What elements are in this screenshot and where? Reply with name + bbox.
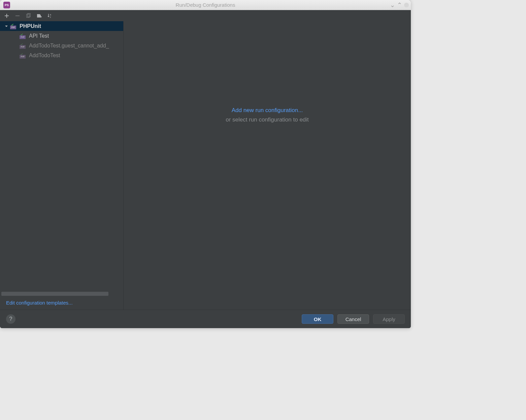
window-title: Run/Debug Configurations bbox=[0, 2, 411, 8]
add-button[interactable] bbox=[2, 11, 11, 21]
save-button[interactable] bbox=[34, 11, 44, 21]
ok-button[interactable]: OK bbox=[302, 314, 333, 324]
phpunit-icon: ✔ PHP bbox=[20, 33, 27, 39]
horizontal-scrollbar[interactable] bbox=[1, 292, 108, 296]
chevron-down-icon[interactable]: ⌄ bbox=[390, 1, 395, 9]
tree-item[interactable]: ✔ PHP API Test bbox=[0, 31, 123, 41]
svg-text:z: z bbox=[50, 16, 51, 18]
phpunit-icon: ✔ PHP bbox=[10, 23, 18, 29]
body: ✔ PHP PHPUnit ✔ PHP API Test ✔ PHP bbox=[0, 21, 411, 310]
sidebar-footer: Edit configuration templates... bbox=[0, 296, 123, 310]
add-new-configuration-link[interactable]: Add new run configuration... bbox=[226, 107, 309, 114]
dialog-footer: ? OK Cancel Apply bbox=[0, 310, 411, 328]
run-debug-configurations-dialog: Run/Debug Configurations ⌄ ⌃ az bbox=[0, 0, 411, 328]
sidebar: ✔ PHP PHPUnit ✔ PHP API Test ✔ PHP bbox=[0, 21, 124, 310]
help-button[interactable]: ? bbox=[6, 314, 15, 324]
close-icon[interactable] bbox=[404, 3, 409, 7]
titlebar: Run/Debug Configurations ⌄ ⌃ bbox=[0, 0, 411, 10]
tree-item-label: API Test bbox=[29, 33, 49, 39]
copy-button[interactable] bbox=[24, 11, 33, 21]
apply-button[interactable]: Apply bbox=[373, 314, 405, 324]
phpunit-icon: ✔ PHP bbox=[20, 53, 27, 59]
tree-item[interactable]: ✔ PHP AddTodoTest.guest_cannot_add_ bbox=[0, 41, 123, 50]
empty-placeholder: Add new run configuration... or select r… bbox=[226, 107, 309, 123]
remove-button[interactable] bbox=[13, 11, 22, 21]
svg-text:a: a bbox=[50, 13, 51, 16]
main-panel: Add new run configuration... or select r… bbox=[124, 21, 411, 310]
sort-button[interactable]: az bbox=[45, 11, 55, 21]
configurations-tree: ✔ PHP PHPUnit ✔ PHP API Test ✔ PHP bbox=[0, 21, 123, 296]
toolbar: az bbox=[0, 10, 411, 21]
edit-templates-link[interactable]: Edit configuration templates... bbox=[6, 300, 73, 306]
cancel-button[interactable]: Cancel bbox=[337, 314, 369, 324]
window-controls: ⌄ ⌃ bbox=[390, 1, 409, 9]
placeholder-subtitle: or select run configuration to edit bbox=[226, 116, 309, 123]
tree-group-phpunit[interactable]: ✔ PHP PHPUnit bbox=[0, 21, 123, 31]
chevron-up-icon[interactable]: ⌃ bbox=[397, 1, 402, 9]
phpunit-icon: ✔ PHP bbox=[20, 43, 27, 49]
tree-item-label: AddTodoTest.guest_cannot_add_ bbox=[29, 43, 109, 49]
chevron-down-icon[interactable] bbox=[4, 24, 9, 29]
tree-group-label: PHPUnit bbox=[20, 23, 41, 29]
tree-item[interactable]: ✔ PHP AddTodoTest bbox=[0, 50, 123, 60]
tree-item-label: AddTodoTest bbox=[29, 53, 60, 59]
